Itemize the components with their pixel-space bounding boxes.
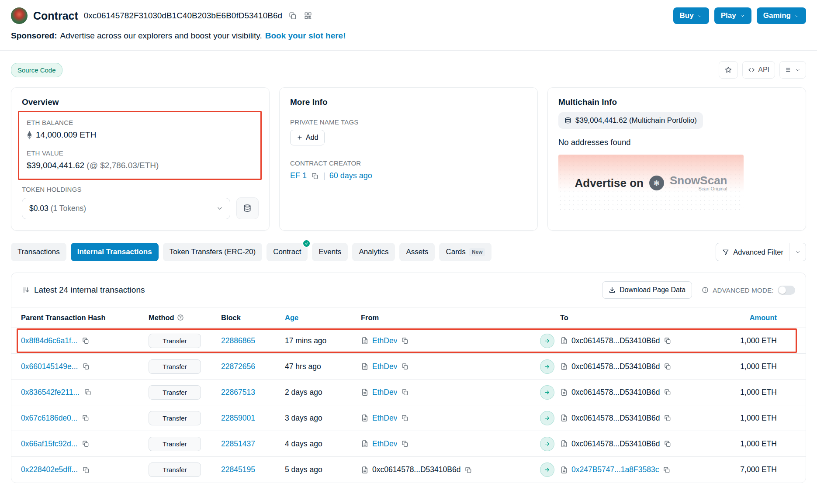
parent-tx-hash-link[interactable]: 0x228402e5dff... <box>21 465 78 474</box>
contract-file-icon <box>361 337 369 345</box>
copy-icon[interactable] <box>663 439 672 448</box>
tab-cards[interactable]: CardsNew <box>439 243 492 261</box>
copy-icon[interactable] <box>82 466 90 474</box>
contract-logo-avatar <box>11 7 28 24</box>
contract-file-icon <box>361 388 369 396</box>
parent-tx-hash-link[interactable]: 0x67c6186de0... <box>21 414 77 423</box>
token-portfolio-button[interactable] <box>236 197 259 219</box>
copy-icon[interactable] <box>81 439 90 448</box>
view-options-button[interactable] <box>779 61 806 79</box>
block-link[interactable]: 22845195 <box>221 465 255 474</box>
copy-icon[interactable] <box>662 466 671 474</box>
to-address-link[interactable]: 0x247B5747...1a8F3583c <box>571 465 659 474</box>
method-badge[interactable]: Transfer <box>149 385 201 400</box>
parent-tx-hash-link[interactable]: 0x660145149e... <box>21 362 78 371</box>
copy-icon[interactable] <box>663 336 672 345</box>
filter-dropdown-button[interactable] <box>790 243 806 261</box>
play-button[interactable]: Play <box>714 7 751 24</box>
out-arrow-icon <box>540 334 554 348</box>
multichain-portfolio-badge[interactable]: $39,004,441.62 (Multichain Portfolio) <box>558 112 703 129</box>
source-code-badge[interactable]: Source Code <box>11 63 62 77</box>
tab-assets[interactable]: Assets <box>399 243 435 261</box>
eth-balance-label: ETH BALANCE <box>27 119 253 126</box>
overview-card: Overview ETH BALANCE 14,000.009 ETH ETH … <box>11 87 270 231</box>
block-link[interactable]: 22867513 <box>221 388 255 397</box>
from-address-link[interactable]: EthDev <box>372 388 397 397</box>
qr-code-icon[interactable] <box>303 11 313 21</box>
tab-analytics[interactable]: Analytics <box>352 243 395 261</box>
copy-icon[interactable] <box>663 362 672 371</box>
col-amount[interactable]: Amount <box>720 314 790 322</box>
method-badge[interactable]: Transfer <box>149 463 201 477</box>
out-arrow-icon <box>540 359 554 374</box>
tab-events[interactable]: Events <box>312 243 348 261</box>
amount-text: 1,000 ETH <box>720 414 790 423</box>
contract-file-icon <box>361 466 369 474</box>
table-row: 0x228402e5dff...Transfer228451955 days a… <box>11 457 806 483</box>
method-badge[interactable]: Transfer <box>149 411 201 425</box>
block-link[interactable]: 22886865 <box>221 336 255 345</box>
from-address-link[interactable]: EthDev <box>372 336 397 345</box>
copy-icon[interactable] <box>464 466 473 474</box>
table-row: 0x8f84d6c6a1f...Transfer2288686517 mins … <box>11 328 806 354</box>
block-link[interactable]: 22851437 <box>221 439 255 449</box>
copy-address-icon[interactable] <box>288 11 298 21</box>
star-icon <box>724 66 732 74</box>
advanced-mode-toggle[interactable] <box>778 286 795 295</box>
block-link[interactable]: 22859001 <box>221 414 255 423</box>
creator-link[interactable]: EF 1 <box>290 171 307 180</box>
chevron-down-icon <box>794 13 800 18</box>
method-badge[interactable]: Transfer <box>149 359 201 374</box>
eth-icon <box>27 131 32 140</box>
gaming-button[interactable]: Gaming <box>757 7 806 24</box>
contract-file-icon <box>560 388 568 396</box>
question-icon[interactable] <box>177 314 184 321</box>
info-cards: Overview ETH BALANCE 14,000.009 ETH ETH … <box>11 87 806 231</box>
sponsored-link[interactable]: Book your slot here! <box>265 31 346 41</box>
tab-transactions[interactable]: Transactions <box>11 243 66 261</box>
copy-icon[interactable] <box>401 388 409 397</box>
copy-icon[interactable] <box>401 439 409 448</box>
copy-icon[interactable] <box>81 414 90 422</box>
chevron-down-icon <box>795 249 800 255</box>
col-age[interactable]: Age <box>285 314 361 322</box>
add-name-tag-button[interactable]: Add <box>290 130 325 145</box>
advanced-mode-label: ADVANCED MODE: <box>713 287 774 294</box>
copy-icon[interactable] <box>311 172 319 180</box>
from-address-link[interactable]: EthDev <box>372 439 397 449</box>
copy-icon[interactable] <box>401 362 409 371</box>
token-holdings-dropdown[interactable]: $0.03 (1 Tokens) <box>22 198 230 219</box>
to-address: 0xc0614578...D53410B6d <box>571 336 660 345</box>
copy-icon[interactable] <box>663 414 672 422</box>
method-badge[interactable]: Transfer <box>149 334 201 348</box>
ad-banner[interactable]: Advertise on ❄ SnowScan Scan Original <box>558 155 744 211</box>
favorite-star-button[interactable] <box>719 61 738 79</box>
info-icon <box>702 287 709 293</box>
copy-icon[interactable] <box>83 388 92 397</box>
to-address: 0xc0614578...D53410B6d <box>571 414 660 423</box>
to-address: 0xc0614578...D53410B6d <box>571 388 660 397</box>
download-page-data-button[interactable]: Download Page Data <box>602 281 692 299</box>
from-address-link[interactable]: EthDev <box>372 362 397 371</box>
copy-icon[interactable] <box>82 362 90 371</box>
copy-icon[interactable] <box>401 414 409 422</box>
copy-icon[interactable] <box>663 388 672 397</box>
parent-tx-hash-link[interactable]: 0x836542fe211... <box>21 388 80 397</box>
api-button[interactable]: API <box>742 61 775 79</box>
contract-creator-label: CONTRACT CREATOR <box>290 159 527 167</box>
from-address-link[interactable]: EthDev <box>372 414 397 423</box>
advanced-filter-button[interactable]: Advanced Filter <box>716 243 789 261</box>
internal-transactions-card: Latest 24 internal transactions Download… <box>11 273 806 483</box>
coins-icon <box>243 204 252 213</box>
tab-contract[interactable]: Contract <box>267 243 308 261</box>
parent-tx-hash-link[interactable]: 0x66af15fc92d... <box>21 439 77 449</box>
buy-button[interactable]: Buy <box>673 7 709 24</box>
creation-tx-age-link[interactable]: 60 days ago <box>329 171 372 180</box>
tab-token-transfers-erc-20[interactable]: Token Transfers (ERC-20) <box>163 243 262 261</box>
method-badge[interactable]: Transfer <box>149 437 201 451</box>
parent-tx-hash-link[interactable]: 0x8f84d6c6a1f... <box>21 336 77 345</box>
copy-icon[interactable] <box>401 336 409 345</box>
tab-internal-transactions[interactable]: Internal Transactions <box>71 243 159 261</box>
copy-icon[interactable] <box>81 336 90 345</box>
block-link[interactable]: 22872656 <box>221 362 255 371</box>
